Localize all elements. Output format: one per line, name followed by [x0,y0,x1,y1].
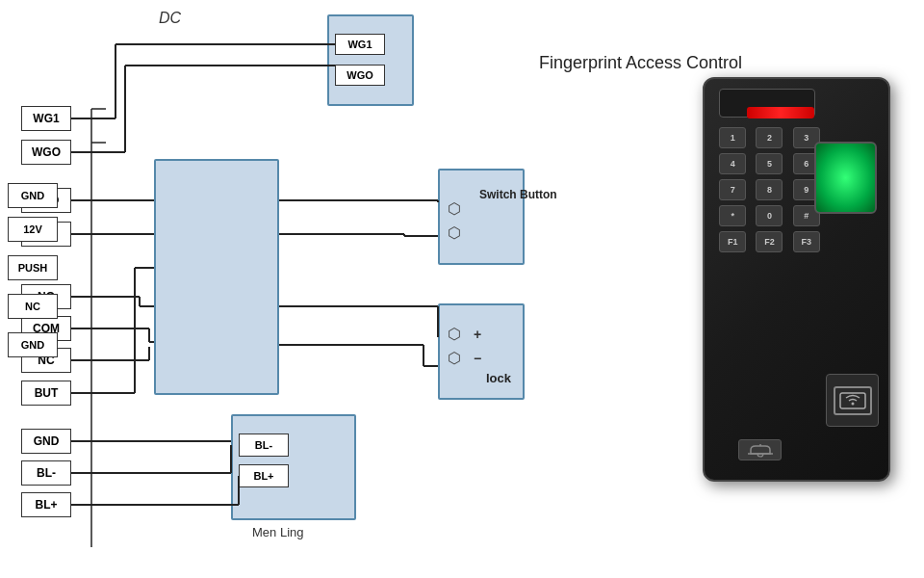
key-5[interactable]: 5 [756,153,783,174]
device-body: 1 2 3 4 5 6 7 8 9 * 0 # [703,77,890,482]
key-7[interactable]: 7 [719,179,746,200]
key-1[interactable]: 1 [719,127,746,148]
lock-box: ⬡ ⬡ + − [438,303,525,400]
page-title: Fingerprint Access Control [539,53,742,73]
key-row-1: 1 2 3 [714,127,825,148]
key-star[interactable]: * [719,205,746,226]
svg-point-38 [851,402,854,405]
terminal-BLm: BL- [21,460,71,486]
card-reader-icon [834,386,872,415]
key-0[interactable]: 0 [756,205,783,226]
device-reader-strip [719,89,815,118]
terminal-BLp: BL+ [21,492,71,517]
key-F3[interactable]: F3 [793,231,820,252]
lock-plus-sign: + [474,327,481,342]
key-row-5: F1 F2 F3 [714,231,825,252]
key-F2[interactable]: F2 [756,231,783,252]
ctrl-terminal-PUSH: PUSH [8,255,58,280]
lock-label: lock [486,371,511,385]
main-container: Fingerprint Access Control WG1 WGO GND 1… [0,0,924,578]
ctrl-terminal-12V: 12V [8,217,58,242]
device-bell-icon [738,439,782,460]
key-row-2: 4 5 6 [714,153,825,174]
lock-connector-pos: ⬡ [448,325,461,343]
terminal-WGO: WGO [21,140,71,165]
card-reader[interactable] [826,374,879,427]
lock-minus-sign: − [474,351,481,366]
ctrl-terminal-GND: GND [8,183,58,208]
controller-label: DC [159,10,181,27]
ctrl-terminal-NC: NC [8,294,58,319]
device-container: 1 2 3 4 5 6 7 8 9 * 0 # [703,77,895,501]
lock-connector-neg: ⬡ [448,349,461,367]
key-row-4: * 0 # [714,205,825,226]
controller-box [154,159,279,395]
key-2[interactable]: 2 [756,127,783,148]
switch-connector-top: ⬡ [448,199,461,218]
device-red-light [747,107,814,118]
bell-terminal-BLp: BL+ [239,464,289,487]
switch-button-label: Switch Button [479,188,557,201]
bell-terminal-BLm: BL- [239,434,289,457]
fingerprint-sensor-surface [816,144,875,212]
switch-connector-bot: ⬡ [448,223,461,242]
key-row-3: 7 8 9 [714,179,825,200]
wg-terminal-WG1: WG1 [335,34,385,55]
fingerprint-sensor[interactable] [814,142,877,214]
terminal-WG1: WG1 [21,106,71,131]
switch-button-box: ⬡ ⬡ [438,169,525,265]
terminal-GND2: GND [21,429,71,454]
ctrl-terminal-GND2: GND [8,332,58,357]
wg-terminal-WGO: WGO [335,65,385,86]
terminal-BUT: BUT [21,381,71,406]
key-8[interactable]: 8 [756,179,783,200]
bell-label: Men Ling [252,525,303,539]
wg-reader-box [327,14,414,106]
key-F1[interactable]: F1 [719,231,746,252]
key-4[interactable]: 4 [719,153,746,174]
keypad-area: 1 2 3 4 5 6 7 8 9 * 0 # [714,127,825,257]
